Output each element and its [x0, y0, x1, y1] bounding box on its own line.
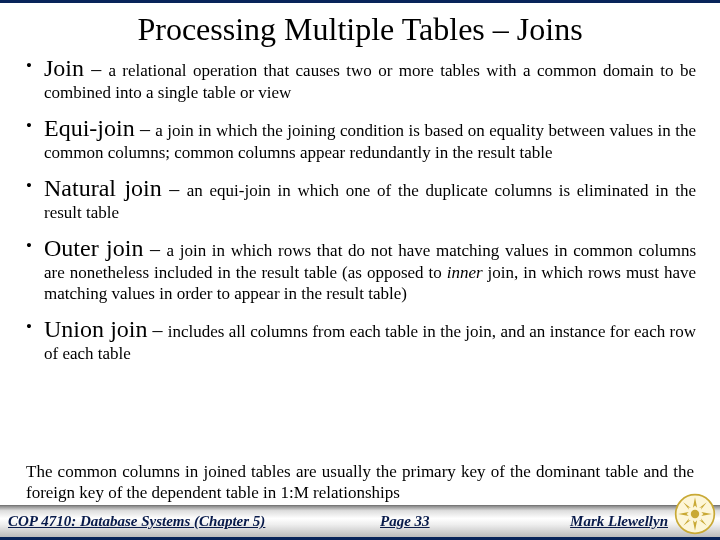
bullet-equi-join: Equi-join – a join in which the joining … — [24, 114, 696, 164]
svg-point-1 — [691, 510, 699, 518]
term: Join — [44, 55, 84, 81]
term: Union join — [44, 316, 147, 342]
term: Outer join — [44, 235, 143, 261]
bullet-union-join: Union join – includes all columns from e… — [24, 315, 696, 365]
slide-note: The common columns in joined tables are … — [0, 458, 720, 505]
definition: a relational operation that causes two o… — [44, 61, 696, 102]
slide-footer: COP 4710: Database Systems (Chapter 5) P… — [0, 505, 720, 537]
term: Natural join — [44, 175, 162, 201]
bullet-natural-join: Natural join – an equi-join in which one… — [24, 174, 696, 224]
definition-em: inner — [447, 263, 483, 282]
dash: – — [147, 319, 167, 341]
dash: – — [84, 58, 108, 80]
term: Equi-join — [44, 115, 135, 141]
footer-author: Mark Llewellyn — [570, 513, 668, 530]
ucf-logo-icon — [674, 493, 716, 535]
slide-body: Join – a relational operation that cause… — [0, 54, 720, 458]
dash: – — [143, 238, 166, 260]
bullet-list: Join – a relational operation that cause… — [24, 54, 696, 365]
bullet-outer-join: Outer join – a join in which rows that d… — [24, 234, 696, 305]
footer-course: COP 4710: Database Systems (Chapter 5) — [8, 513, 265, 530]
slide: Processing Multiple Tables – Joins Join … — [0, 0, 720, 540]
footer-page: Page 33 — [380, 513, 430, 530]
dash: – — [162, 178, 187, 200]
slide-title: Processing Multiple Tables – Joins — [0, 3, 720, 54]
dash: – — [135, 118, 156, 140]
bullet-join: Join – a relational operation that cause… — [24, 54, 696, 104]
